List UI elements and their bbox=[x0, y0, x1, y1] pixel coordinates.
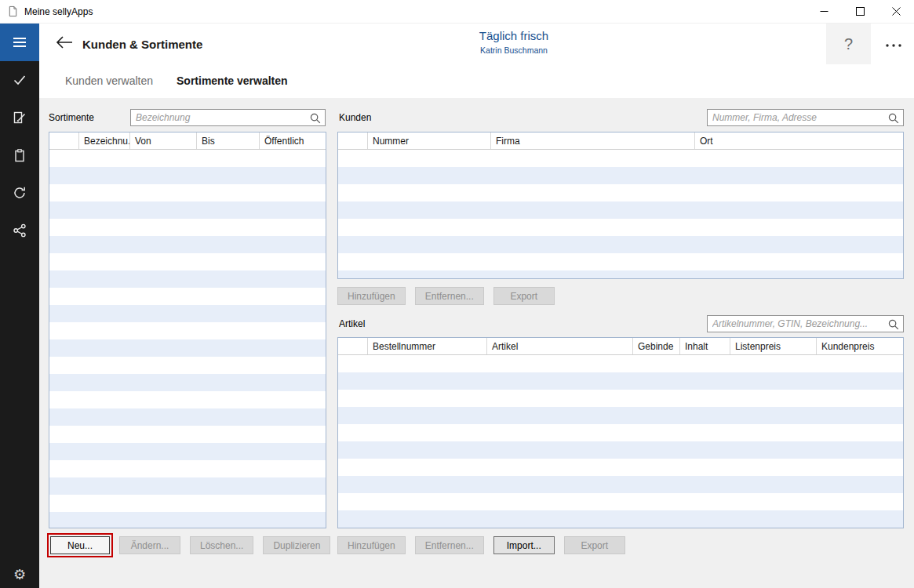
close-icon bbox=[892, 7, 901, 16]
column-header-oeffentlich[interactable]: Öffentlich bbox=[260, 132, 326, 149]
order-edit-icon bbox=[12, 110, 27, 125]
help-icon: ? bbox=[844, 35, 853, 53]
page-header: Kunden & Sortimente Täglich frisch Katri… bbox=[39, 24, 914, 67]
kunden-buttons: Hinzufügen Entfernen... Export bbox=[337, 287, 564, 305]
artikel-table: Bestellnummer Artikel Gebinde Inhalt Lis… bbox=[337, 337, 904, 528]
kunden-table-body[interactable] bbox=[338, 150, 903, 278]
close-button[interactable] bbox=[878, 0, 914, 23]
kunden-table: Nummer Firma Ort bbox=[337, 132, 904, 279]
artikel-entfernen-button[interactable]: Entfernen... bbox=[415, 536, 484, 554]
sortimente-search-input[interactable] bbox=[131, 110, 325, 125]
sidebar-item-lists[interactable] bbox=[0, 136, 39, 174]
column-header-listenpreis[interactable]: Listenpreis bbox=[730, 338, 817, 354]
sortimente-table: Bezeichnu... Von Bis Öffentlich bbox=[49, 132, 326, 528]
neu-button[interactable]: Neu... bbox=[50, 536, 110, 554]
minimize-button[interactable] bbox=[806, 0, 842, 23]
column-header-artikel[interactable]: Artikel bbox=[487, 338, 633, 354]
column-header-blank[interactable] bbox=[338, 338, 368, 354]
settings-gear-icon: ⚙ bbox=[13, 568, 26, 582]
tasks-check-icon bbox=[12, 72, 27, 88]
app-icon bbox=[7, 5, 19, 17]
sortimente-search bbox=[130, 109, 326, 126]
column-header-kundenpreis[interactable]: Kundenpreis bbox=[817, 338, 903, 354]
column-header-gebinde[interactable]: Gebinde bbox=[633, 338, 680, 354]
tab-bar: Kunden verwalten Sortimente verwalten bbox=[39, 67, 914, 98]
column-header-blank[interactable] bbox=[49, 132, 79, 149]
column-header-blank[interactable] bbox=[338, 132, 368, 149]
artikel-label: Artikel bbox=[339, 318, 365, 329]
kunden-table-header: Nummer Firma Ort bbox=[338, 132, 903, 150]
more-dots-icon bbox=[885, 43, 902, 48]
sync-icon bbox=[12, 185, 27, 201]
maximize-icon bbox=[856, 7, 865, 16]
sidebar: ⚙ bbox=[0, 24, 39, 588]
back-arrow-icon bbox=[55, 34, 74, 51]
main-content: Sortimente Bezeichnu... Von Bis Öffentli… bbox=[39, 98, 914, 588]
sortimente-table-header: Bezeichnu... Von Bis Öffentlich bbox=[49, 132, 326, 150]
column-header-bestellnummer[interactable]: Bestellnummer bbox=[368, 338, 487, 354]
column-header-inhalt[interactable]: Inhalt bbox=[680, 338, 730, 354]
account-info: Täglich frisch Katrin Buschmann bbox=[479, 29, 548, 55]
menu-icon bbox=[12, 34, 27, 50]
artikel-hinzufuegen-button[interactable]: Hinzufügen bbox=[337, 536, 406, 554]
clipboard-icon bbox=[12, 147, 27, 163]
column-header-bis[interactable]: Bis bbox=[197, 132, 260, 149]
artikel-search bbox=[707, 315, 904, 332]
duplizieren-button[interactable]: Duplizieren bbox=[263, 536, 330, 554]
sortimente-buttons: Neu... Ändern... Löschen... Duplizieren bbox=[50, 536, 340, 554]
artikel-buttons: Hinzufügen Entfernen... Import... Export bbox=[337, 536, 635, 554]
account-user: Katrin Buschmann bbox=[479, 45, 548, 55]
artikel-table-body[interactable] bbox=[338, 355, 903, 528]
column-header-nummer[interactable]: Nummer bbox=[368, 132, 491, 149]
sidebar-item-orders[interactable] bbox=[0, 99, 39, 136]
search-icon[interactable] bbox=[887, 112, 900, 125]
window-controls bbox=[806, 0, 914, 23]
loeschen-button[interactable]: Löschen... bbox=[190, 536, 253, 554]
search-icon[interactable] bbox=[887, 318, 900, 331]
column-header-von[interactable]: Von bbox=[130, 132, 197, 149]
sidebar-item-share[interactable] bbox=[0, 212, 39, 249]
tab-kunden-verwalten[interactable]: Kunden verwalten bbox=[65, 74, 153, 87]
help-button[interactable]: ? bbox=[826, 24, 871, 64]
column-header-bezeichnung[interactable]: Bezeichnu... bbox=[79, 132, 130, 149]
aendern-button[interactable]: Ändern... bbox=[119, 536, 180, 554]
artikel-table-header: Bestellnummer Artikel Gebinde Inhalt Lis… bbox=[338, 338, 903, 355]
page-title: Kunden & Sortimente bbox=[82, 38, 202, 51]
kunden-search bbox=[707, 109, 904, 126]
artikel-import-button[interactable]: Import... bbox=[493, 536, 555, 554]
share-icon bbox=[12, 223, 27, 238]
kunden-entfernen-button[interactable]: Entfernen... bbox=[415, 287, 484, 305]
column-header-ort[interactable]: Ort bbox=[695, 132, 903, 149]
account-name: Täglich frisch bbox=[479, 29, 548, 42]
settings-button[interactable]: ⚙ bbox=[0, 568, 39, 582]
sortimente-label: Sortimente bbox=[49, 112, 94, 123]
kunden-label: Kunden bbox=[339, 112, 371, 123]
tab-sortimente-verwalten[interactable]: Sortimente verwalten bbox=[177, 74, 288, 87]
back-button[interactable] bbox=[55, 34, 74, 51]
sortimente-table-body[interactable] bbox=[49, 150, 326, 528]
minimize-icon bbox=[820, 7, 828, 16]
sidebar-item-sync[interactable] bbox=[0, 174, 39, 212]
window-title: Meine sellyApps bbox=[24, 6, 93, 17]
maximize-button[interactable] bbox=[842, 0, 878, 23]
artikel-export-button[interactable]: Export bbox=[564, 536, 625, 554]
sidebar-item-tasks[interactable] bbox=[0, 61, 39, 99]
kunden-export-button[interactable]: Export bbox=[493, 287, 555, 305]
search-icon[interactable] bbox=[309, 112, 322, 125]
artikel-search-input[interactable] bbox=[708, 316, 903, 332]
titlebar: Meine sellyApps bbox=[0, 0, 914, 24]
hamburger-menu-button[interactable] bbox=[0, 24, 39, 61]
kunden-hinzufuegen-button[interactable]: Hinzufügen bbox=[337, 287, 406, 305]
column-header-firma[interactable]: Firma bbox=[491, 132, 695, 149]
more-button[interactable] bbox=[881, 38, 906, 53]
kunden-search-input[interactable] bbox=[708, 110, 903, 125]
